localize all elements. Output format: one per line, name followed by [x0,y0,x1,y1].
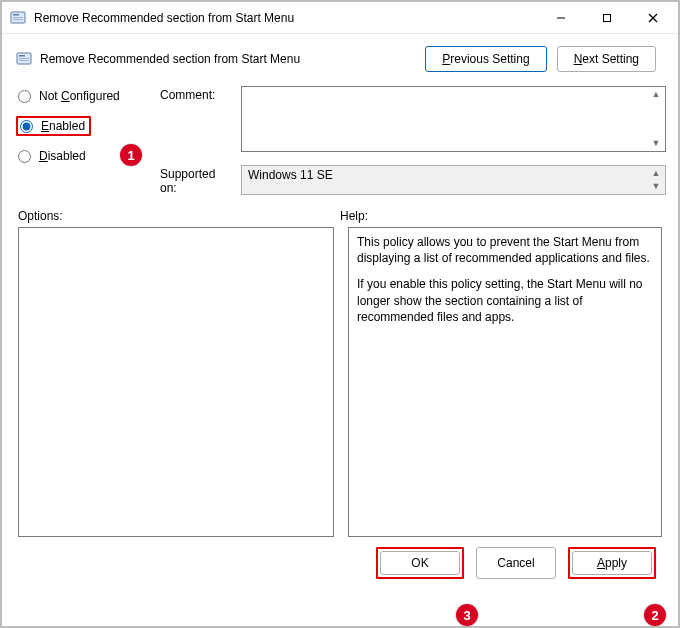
help-p1: This policy allows you to prevent the St… [357,234,653,266]
radio-input[interactable] [18,150,31,163]
radio-not-configured[interactable]: Not Configured [16,88,154,104]
supported-on-value-box: Windows 11 SE [241,165,666,195]
comment-spinner: ▲ ▼ [648,88,664,150]
spinner-down-button[interactable]: ▼ [648,180,664,193]
svg-rect-9 [19,55,25,57]
panels: This policy allows you to prevent the St… [12,227,668,537]
supported-on-value: Windows 11 SE [248,168,333,182]
panel-labels: Options: Help: [12,195,668,227]
policy-icon [10,10,26,26]
spinner-up-button[interactable]: ▲ [648,167,664,180]
options-panel [18,227,334,537]
help-p2: If you enable this policy setting, the S… [357,276,653,325]
supported-cell: Windows 11 SE ▲ ▼ [241,165,666,195]
settings-grid: Not Configured Enabled Disabled Comment:… [12,86,668,195]
footer-buttons: OK Cancel Apply [12,537,668,579]
radio-enabled[interactable]: Enabled [16,116,91,136]
ok-button[interactable]: OK [380,551,460,575]
svg-rect-3 [13,19,23,20]
ok-highlight: OK [376,547,464,579]
spinner-down-button[interactable]: ▼ [648,137,664,150]
next-setting-button[interactable]: Next Setting [557,46,656,72]
close-button[interactable] [630,3,676,33]
header-title: Remove Recommended section from Start Me… [40,52,425,66]
svg-rect-10 [19,58,29,59]
previous-setting-button[interactable]: Previous Setting [425,46,546,72]
nav-buttons: Previous Setting Next Setting [425,46,668,72]
apply-highlight: Apply [568,547,656,579]
comment-cell: ▲ ▼ [241,86,666,155]
title-bar: Remove Recommended section from Start Me… [2,2,678,34]
comment-textarea[interactable] [241,86,666,152]
help-panel: This policy allows you to prevent the St… [348,227,662,537]
annotation-badge-2: 2 [644,604,666,626]
btn-text: ext Setting [582,52,639,66]
annotation-badge-3: 3 [456,604,478,626]
annotation-badge-1: 1 [120,144,142,166]
svg-rect-1 [13,14,19,16]
apply-button[interactable]: Apply [572,551,652,575]
content-area: Remove Recommended section from Start Me… [2,34,678,579]
svg-rect-2 [13,17,23,18]
maximize-button[interactable] [584,3,630,33]
dialog-window: Remove Recommended section from Start Me… [0,0,680,628]
header-row: Remove Recommended section from Start Me… [12,40,668,86]
minimize-button[interactable] [538,3,584,33]
supported-on-label: Supported on: [160,165,235,195]
help-label: Help: [340,209,662,223]
comment-label: Comment: [160,86,235,102]
window-title: Remove Recommended section from Start Me… [34,11,538,25]
radio-input[interactable] [18,90,31,103]
supported-spinner: ▲ ▼ [648,167,664,193]
radio-input[interactable] [20,120,33,133]
policy-icon [16,51,32,67]
cancel-button[interactable]: Cancel [476,547,556,579]
spinner-up-button[interactable]: ▲ [648,88,664,101]
btn-text: revious Setting [450,52,529,66]
options-label: Options: [18,209,340,223]
svg-rect-11 [19,60,29,61]
svg-rect-5 [604,14,611,21]
